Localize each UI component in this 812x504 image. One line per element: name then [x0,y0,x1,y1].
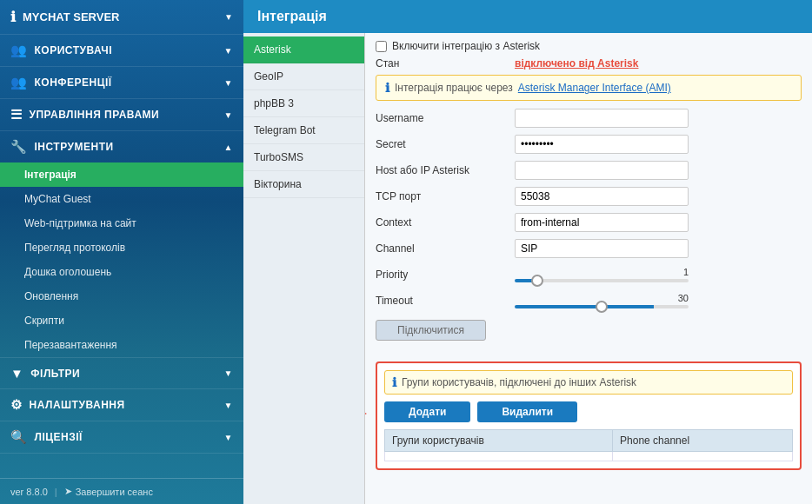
users-icon: 👥 [10,43,28,58]
groups-wrapper: ℹ Групи користувачів, підключені до інши… [376,356,802,470]
sidebar-section-filters: ▼ ФІЛЬТРИ ▼ [0,358,243,389]
sidebar-users-header[interactable]: 👥 КОРИСТУВАЧІ ▼ [0,35,243,66]
connect-button[interactable]: Підключитися [376,320,486,341]
settings-icon: ⚙ [10,397,23,413]
settings-chevron: ▼ [224,401,233,410]
add-group-button[interactable]: Додати [384,401,470,422]
timeout-row: Timeout 30 [376,290,802,311]
sidebar-item-integration[interactable]: Інтеграція [0,162,243,187]
sidebar-conferences-header[interactable]: 👥 КОНФЕРЕНЦІЇ ▼ [0,67,243,98]
username-label: Username [376,112,515,124]
nav-item-telegram[interactable]: Telegram Bot [243,117,364,144]
sidebar-section-conferences: 👥 КОНФЕРЕНЦІЇ ▼ [0,67,243,99]
tcp-label: TCP порт [376,190,515,202]
ami-info-box: ℹ Інтеграція працює через Asterisk Manag… [376,75,802,101]
groups-info-box: ℹ Групи користувачів, підключені до інши… [384,370,793,395]
enable-asterisk-label: Включити інтеграцію з Asterisk [392,40,540,52]
svg-marker-0 [365,400,367,428]
delete-group-button[interactable]: Видалити [477,401,577,422]
sidebar-tools-label: ІНСТРУМЕНТИ [35,141,114,153]
col-phone: Phone channel [613,430,793,452]
sidebar-item-scripts[interactable]: Скрипти [0,308,243,333]
sidebar-licenses-label: ЛІЦЕНЗІЇ [35,431,83,443]
sidebar-permissions-label: УПРАВЛІННЯ ПРАВАМИ [30,109,160,121]
enable-asterisk-checkbox[interactable] [376,41,387,52]
content-area: Asterisk GeoIP phpBB 3 Telegram Bot Turb… [243,33,812,504]
server-chevron: ▼ [224,12,233,22]
username-row: Username [376,108,802,129]
host-label: Host або IP Asterisk [376,164,515,176]
sidebar-settings-header[interactable]: ⚙ НАЛАШТУВАННЯ ▼ [0,389,243,421]
tools-icon: 🔧 [10,139,28,155]
groups-buttons: Додати Видалити [384,401,793,422]
sidebar-section-tools: 🔧 ІНСТРУМЕНТИ ▲ Інтеграція MyChat Guest … [0,131,243,358]
sidebar-item-restart[interactable]: Перезавантаження [0,333,243,357]
username-input[interactable] [515,109,689,128]
nav-item-phpbb3[interactable]: phpBB 3 [243,90,364,117]
nav-item-geoip[interactable]: GeoIP [243,63,364,90]
sidebar-section-permissions: ☰ УПРАВЛІННЯ ПРАВАМИ ▼ [0,99,243,131]
priority-slider[interactable] [515,279,689,282]
sidebar-server-header[interactable]: ℹ MYCHAT SERVER ▼ [0,0,243,35]
groups-info-icon: ℹ [392,375,396,389]
conferences-icon: 👥 [10,75,28,90]
sidebar-filters-label: ФІЛЬТРИ [30,368,80,380]
enable-integration-row: Включити інтеграцію з Asterisk [376,40,802,52]
logout-icon: ➤ [64,486,72,497]
sidebar-section-users: 👥 КОРИСТУВАЧІ ▼ [0,35,243,67]
nav-item-asterisk[interactable]: Asterisk [243,36,364,63]
context-label: Context [376,216,515,229]
secret-input[interactable] [515,135,689,154]
ami-link[interactable]: Asterisk Manager Interface (AMI) [518,82,671,94]
tcp-input[interactable] [515,187,689,206]
logout-button[interactable]: ➤ Завершити сеанс [64,486,153,497]
sidebar-settings-label: НАЛАШТУВАННЯ [30,399,125,411]
arrow-indicator [365,396,367,431]
licenses-icon: 🔍 [10,429,28,445]
channel-label: Channel [376,242,515,255]
sidebar-permissions-header[interactable]: ☰ УПРАВЛІННЯ ПРАВАМИ ▼ [0,99,243,130]
groups-table: Групи користувачів Phone channel [384,429,793,461]
permissions-icon: ☰ [10,107,23,123]
table-row-empty [385,452,793,461]
sidebar: ℹ MYCHAT SERVER ▼ 👥 КОРИСТУВАЧІ ▼ 👥 КОНФ… [0,0,243,504]
priority-slider-container: 1 [515,267,689,282]
channel-row: Channel [376,238,802,259]
sidebar-item-mychat-guest[interactable]: MyChat Guest [0,187,243,211]
sidebar-item-web-support[interactable]: Web-підтримка на сайт [0,211,243,235]
sidebar-footer: ver 8.8.0 | ➤ Завершити сеанс [0,478,243,504]
tcp-row: TCP порт [376,186,802,207]
groups-section: ℹ Групи користувачів, підключені до інши… [376,361,802,470]
licenses-chevron: ▼ [224,433,233,442]
sidebar-users-label: КОРИСТУВАЧІ [35,44,113,56]
permissions-chevron: ▼ [224,110,233,120]
timeout-label: Timeout [376,295,515,307]
host-input[interactable] [515,161,689,180]
status-label: Стан [376,57,515,70]
sidebar-item-updates[interactable]: Оновлення [0,284,243,308]
sidebar-filters-header[interactable]: ▼ ФІЛЬТРИ ▼ [0,358,243,388]
main-header: Інтеграція [243,0,812,33]
priority-row: Priority 1 [376,264,802,285]
channel-input[interactable] [515,239,689,258]
sidebar-server-label: MYCHAT SERVER [23,10,119,23]
tools-chevron: ▲ [224,143,233,152]
nav-item-turbosms[interactable]: TurboSMS [243,144,364,171]
timeout-slider[interactable] [515,305,689,308]
status-row: Стан відключено від Asterisk [376,57,802,70]
sidebar-tools-header[interactable]: 🔧 ІНСТРУМЕНТИ ▲ [0,131,243,162]
logout-label: Завершити сеанс [76,487,153,497]
info-icon: ℹ [385,81,389,95]
sidebar-item-announcements[interactable]: Дошка оголошень [0,260,243,284]
sidebar-section-settings: ⚙ НАЛАШТУВАННЯ ▼ [0,389,243,421]
integration-nav: Asterisk GeoIP phpBB 3 Telegram Bot Turb… [243,33,365,504]
filters-chevron: ▼ [224,368,233,378]
sidebar-item-protocols[interactable]: Перегляд протоколів [0,235,243,260]
page-title: Інтеграція [257,9,327,23]
sidebar-licenses-header[interactable]: 🔍 ЛІЦЕНЗІЇ ▼ [0,421,243,453]
nav-item-viktoryna[interactable]: Вікторина [243,171,364,198]
main-content: Інтеграція Asterisk GeoIP phpBB 3 Telegr… [243,0,812,504]
context-input[interactable] [515,213,689,232]
col-groups: Групи користувачів [385,430,613,452]
conferences-chevron: ▼ [224,78,233,88]
